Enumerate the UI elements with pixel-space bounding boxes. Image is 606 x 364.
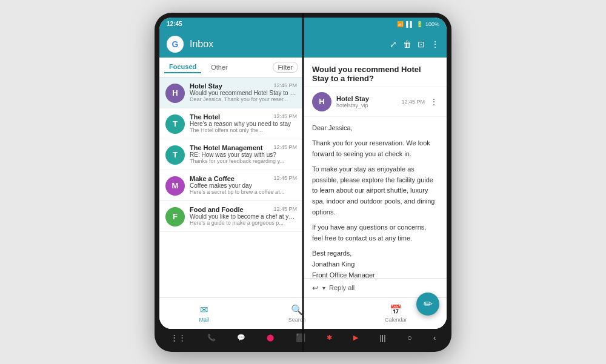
star-icon[interactable]: ✱	[327, 334, 332, 342]
google-logo: G	[167, 36, 184, 53]
reply-dropdown[interactable]: ▾	[322, 285, 325, 291]
email-content: Hotel Stay 12:45 PM Would you recommend …	[190, 82, 297, 102]
nav-label-mail: Mail	[199, 317, 209, 323]
detail-sender-email: hotelstay_vip	[336, 102, 396, 108]
email-subject: Here's a reason why you need to stay	[190, 121, 297, 127]
calendar-icon: 📅	[390, 304, 402, 316]
mail-icon: ✉	[200, 304, 208, 316]
avatar: T	[165, 114, 185, 134]
detail-avatar: H	[312, 92, 331, 111]
nav-label-calendar: Calendar	[385, 317, 407, 323]
email-content: The Hotel Management 12:45 PM RE: How wa…	[190, 144, 297, 164]
battery-icon: 🔋	[416, 21, 423, 27]
email-detail-pane: Would you recommend Hotel Stay to a frie…	[304, 58, 447, 297]
tab-focused[interactable]: Focused	[164, 61, 201, 73]
hinge-line	[302, 13, 304, 352]
email-sender: Make a Coffee 12:45 PM	[190, 175, 297, 182]
detail-more-icon[interactable]: ⋮	[430, 97, 438, 107]
battery-percent: 100%	[425, 21, 439, 27]
email-content: The Hotel 12:45 PM Here's a reason why y…	[190, 113, 297, 133]
avatar: M	[165, 176, 185, 196]
email-detail-subject: Would you recommend Hotel Stay to a frie…	[304, 58, 447, 87]
email-detail-header: H Hotel Stay hotelstay_vip 12:45 PM ⋮	[304, 87, 447, 117]
email-item[interactable]: F Food and Foodie 12:45 PM Would you lik…	[159, 201, 303, 232]
apps-icon[interactable]: ⋮⋮	[170, 333, 186, 342]
youtube-icon[interactable]: ▶	[353, 334, 358, 342]
reply-icon: ↩	[312, 283, 319, 293]
email-sender: The Hotel 12:45 PM	[190, 113, 297, 121]
archive-icon[interactable]: ⊡	[418, 39, 425, 49]
email-preview: Dear Jessica, Thank you for your reser..…	[190, 96, 297, 102]
email-sender: Hotel Stay 12:45 PM	[190, 82, 297, 90]
detail-sender-info: Hotel Stay hotelstay_vip	[336, 95, 396, 108]
delete-icon[interactable]: 🗑	[403, 39, 411, 49]
avatar: H	[165, 84, 185, 103]
reply-all-button[interactable]: Reply all	[329, 284, 355, 291]
email-content: Make a Coffee 12:45 PM Coffee makes your…	[190, 175, 297, 195]
back-icon[interactable]: ‹	[433, 333, 436, 342]
search-icon: 🔍	[291, 304, 303, 316]
email-subject: Would you recommend Hotel Stay to a fr..…	[190, 90, 297, 96]
more-icon[interactable]: ⋮	[431, 39, 439, 49]
email-item[interactable]: H Hotel Stay 12:45 PM Would you recommen…	[159, 78, 303, 108]
nav-item-mail[interactable]: ✉ Mail	[199, 304, 209, 323]
expand-icon[interactable]: ⤢	[390, 39, 397, 49]
email-list: H Hotel Stay 12:45 PM Would you recommen…	[159, 78, 303, 297]
menu-icon[interactable]: |||	[379, 333, 385, 342]
phone-device: 12:45 📶 ▌▌ 🔋 100% G Inbox ⤢ 🗑 ⊡ ⋮	[155, 13, 451, 352]
email-sender: The Hotel Management 12:45 PM	[190, 144, 297, 151]
email-preview: Here's a guide to make a gorgeous p...	[190, 220, 297, 226]
email-subject: RE: How was your stay with us?	[190, 151, 297, 158]
email-body: Dear Jessica, Thank you for your reserva…	[304, 117, 447, 278]
email-preview: The Hotel offers not only the...	[190, 127, 297, 133]
email-item[interactable]: T The Hotel 12:45 PM Here's a reason why…	[159, 108, 303, 139]
avatar: T	[165, 145, 185, 165]
email-preview: Here's a secret tip to brew a coffee at.…	[190, 189, 297, 195]
compose-fab[interactable]: ✏	[416, 293, 439, 316]
email-list-pane: Focused Other Filter H Hotel Stay 12:45 …	[159, 58, 304, 297]
avatar: F	[165, 207, 185, 227]
detail-sender-name: Hotel Stay	[336, 95, 396, 102]
email-sender: Food and Foodie 12:45 PM	[190, 206, 297, 213]
compose-icon: ✏	[424, 297, 433, 311]
email-item[interactable]: M Make a Coffee 12:45 PM Coffee makes yo…	[159, 170, 303, 201]
tab-other[interactable]: Other	[206, 62, 233, 73]
chat-icon[interactable]: 💬	[237, 334, 245, 342]
email-item[interactable]: T The Hotel Management 12:45 PM RE: How …	[159, 139, 303, 170]
email-subject: Would you like to become a chef at you..…	[190, 213, 297, 220]
toolbar-title: Inbox	[190, 39, 384, 50]
phone-icon[interactable]: 📞	[207, 334, 216, 342]
email-subject: Coffee makes your day	[190, 182, 297, 189]
circle-icon[interactable]: ⬤	[267, 334, 274, 342]
status-time: 12:45	[167, 21, 182, 27]
status-icons: 📶 ▌▌ 🔋 100%	[397, 21, 439, 27]
signal-icon: ▌▌	[406, 21, 414, 27]
detail-time: 12:45 PM	[401, 99, 425, 105]
filter-tabs: Focused Other Filter	[159, 58, 303, 78]
toolbar-actions: ⤢ 🗑 ⊡ ⋮	[390, 39, 439, 49]
email-content: Food and Foodie 12:45 PM Would you like …	[190, 206, 297, 226]
email-preview: Thanks for your feedback regarding y...	[190, 158, 297, 164]
home-icon[interactable]: ○	[407, 333, 412, 342]
filter-button[interactable]: Filter	[273, 62, 298, 73]
wifi-icon: 📶	[397, 21, 404, 27]
nav-item-calendar[interactable]: 📅 Calendar	[385, 304, 407, 323]
